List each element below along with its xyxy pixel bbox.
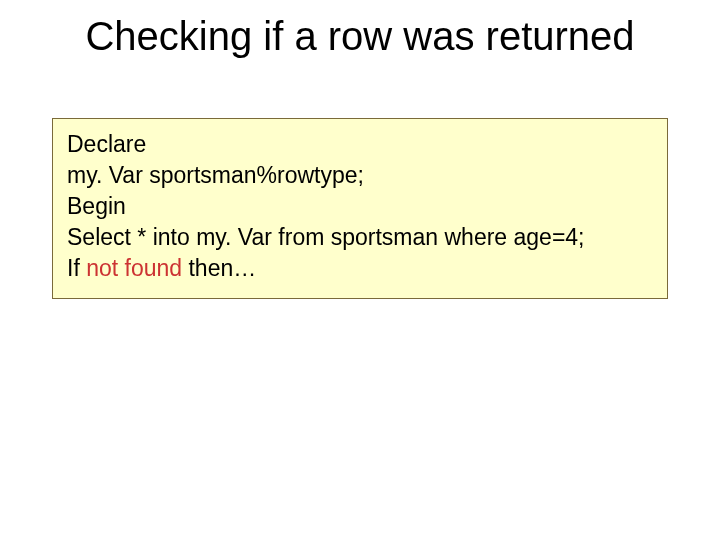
- code-line-5-suffix: then…: [182, 255, 256, 281]
- code-box: Declare my. Var sportsman%rowtype; Begin…: [52, 118, 668, 299]
- code-line-5-prefix: If: [67, 255, 86, 281]
- code-line-4: Select * into my. Var from sportsman whe…: [67, 222, 653, 253]
- code-line-3: Begin: [67, 191, 653, 222]
- code-line-5: If not found then…: [67, 253, 653, 284]
- code-line-2: my. Var sportsman%rowtype;: [67, 160, 653, 191]
- slide-title: Checking if a row was returned: [0, 14, 720, 59]
- not-found-keyword: not found: [86, 255, 182, 281]
- slide: Checking if a row was returned Declare m…: [0, 0, 720, 540]
- code-line-1: Declare: [67, 129, 653, 160]
